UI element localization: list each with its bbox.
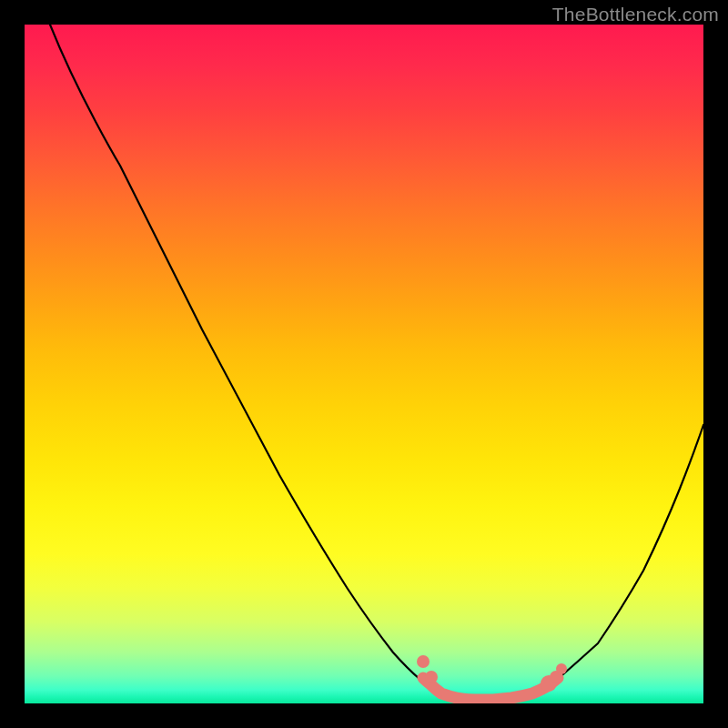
gradient-plot-area (25, 25, 703, 703)
watermark-text: TheBottleneck.com (552, 4, 719, 25)
optimal-region-segment (423, 678, 558, 700)
highlight-dot (556, 663, 567, 674)
highlight-dot (417, 655, 430, 668)
bottleneck-curve (50, 25, 703, 700)
plot-svg (25, 25, 703, 703)
highlight-dot (425, 671, 438, 683)
